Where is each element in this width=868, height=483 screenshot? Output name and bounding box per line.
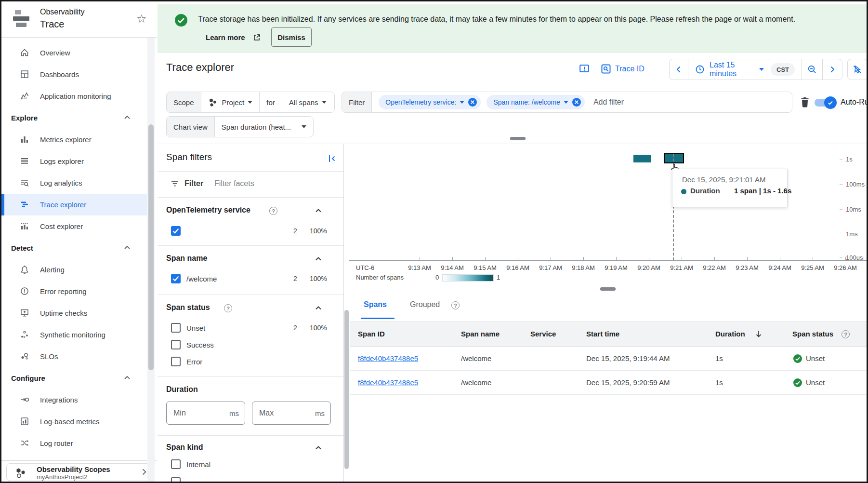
help-icon[interactable]: ?	[451, 301, 460, 309]
col-span-name[interactable]: Span name	[461, 322, 500, 347]
tab-grouped[interactable]: Grouped	[410, 300, 440, 309]
span-id-link[interactable]: f8fde40b437488e5	[358, 347, 418, 371]
status-check-icon	[793, 354, 802, 363]
tab-spans[interactable]: Spans	[364, 300, 387, 309]
close-icon[interactable]	[468, 98, 477, 107]
sidebar-item-label: Uptime checks	[40, 302, 87, 324]
sidebar-item-label: Synthetic monitoring	[40, 324, 105, 346]
scope-project-dropdown[interactable]: Project	[201, 92, 260, 112]
service-checkbox[interactable]	[171, 226, 181, 236]
error-reporting-icon	[20, 286, 29, 296]
sidebar-item-error-reporting[interactable]: Error reporting	[1, 281, 147, 302]
kind-internal-checkbox[interactable]	[171, 459, 181, 469]
duration-max-input[interactable]: Max ms	[252, 402, 331, 425]
help-icon[interactable]: ?	[269, 207, 277, 215]
chevron-right-icon	[829, 66, 836, 73]
heatmap-cell-highlighted[interactable]	[664, 153, 684, 163]
scopes-value: myAnthosProject2	[37, 473, 88, 481]
collapse-panel-icon[interactable]	[327, 153, 338, 164]
chevron-up-icon[interactable]	[314, 254, 323, 264]
filter-chip-service[interactable]: OpenTelemetry service:	[379, 95, 481, 109]
time-range-dropdown[interactable]: Last 15 minutes CST	[688, 59, 802, 80]
filters-scrollbar-thumb[interactable]	[344, 310, 349, 469]
chevron-up-icon[interactable]	[314, 303, 323, 313]
section-title-service: OpenTelemetry service	[166, 206, 250, 215]
trace-id-button[interactable]: Trace ID	[615, 65, 644, 73]
help-icon[interactable]: ?	[224, 304, 232, 312]
trace-id-search-icon[interactable]	[601, 64, 611, 74]
sidebar-scrollbar[interactable]	[147, 38, 155, 482]
filter-chips-area[interactable]: OpenTelemetry service: Span name: /welco…	[372, 92, 792, 112]
log-based-metrics-icon	[20, 416, 29, 426]
sidebar-item-log-router[interactable]: Log router	[1, 432, 147, 454]
col-span-status[interactable]: Span status	[792, 322, 833, 347]
status-success-checkbox[interactable]	[171, 340, 181, 349]
span-id-link[interactable]: f8fde40b437488e5	[358, 371, 418, 395]
synthetic-monitoring-icon	[20, 330, 29, 339]
close-icon[interactable]	[572, 98, 581, 107]
chevron-up-icon	[123, 243, 132, 252]
zoom-out-button[interactable]	[802, 59, 822, 80]
status-cell: Unset	[806, 347, 825, 371]
table-resize-handle[interactable]	[600, 287, 616, 291]
caret-down-icon	[460, 101, 464, 104]
sidebar-item-logs-explorer[interactable]: Logs explorer	[1, 150, 147, 172]
sidebar-item-alerting[interactable]: Alerting	[1, 259, 147, 281]
star-icon[interactable]: ☆	[136, 12, 147, 26]
sidebar-item-log-based-metrics[interactable]: Log-based metrics	[1, 411, 147, 432]
status-error-checkbox[interactable]	[171, 357, 181, 366]
sidebar-section-configure[interactable]: Configure	[1, 367, 147, 389]
scopes-hexagon-icon	[14, 467, 27, 479]
time-range-control: Last 15 minutes CST	[669, 59, 842, 80]
x-axis-label: 9:19 AM	[605, 264, 628, 271]
feedback-icon[interactable]	[579, 63, 590, 75]
chevron-up-icon[interactable]	[314, 443, 323, 453]
span-name-cell: /welcome	[461, 347, 491, 371]
col-start-time[interactable]: Start time	[586, 322, 619, 347]
x-axis-label: 9:25 AM	[801, 264, 824, 271]
sidebar-item-integrations[interactable]: Integrations	[1, 389, 147, 411]
sidebar-section-explore[interactable]: Explore	[1, 107, 147, 129]
help-icon[interactable]: ?	[842, 330, 850, 338]
sidebar-item-application-monitoring[interactable]: Application monitoring	[1, 85, 147, 107]
sidebar-item-metrics-explorer[interactable]: Metrics explorer	[1, 129, 147, 150]
time-back-button[interactable]	[670, 59, 688, 80]
learn-more-link[interactable]: Learn more	[206, 33, 245, 41]
span-name-checkbox[interactable]	[171, 274, 181, 283]
status-unset-checkbox[interactable]	[171, 323, 181, 333]
chart-view-dropdown[interactable]: Span duration (heat...	[215, 117, 313, 137]
sort-desc-icon[interactable]	[754, 329, 763, 339]
sidebar-scrollbar-thumb[interactable]	[148, 124, 154, 370]
sidebar-item-log-analytics[interactable]: Log analytics	[1, 172, 147, 194]
duration-min-input[interactable]: Min ms	[166, 402, 245, 425]
time-forward-button[interactable]	[822, 59, 842, 80]
sidebar-item-overview[interactable]: Overview	[1, 42, 147, 64]
sidebar-item-synthetic-monitoring[interactable]: Synthetic monitoring	[1, 324, 147, 346]
add-filter-input[interactable]: Add filter	[593, 98, 624, 107]
sidebar-item-slos[interactable]: SLOs	[1, 346, 147, 367]
observability-scopes-selector[interactable]: Observability Scopes myAnthosProject2	[6, 463, 151, 481]
col-span-id[interactable]: Span ID	[358, 322, 385, 347]
kind-partial-checkbox[interactable]	[171, 477, 181, 483]
sidebar-item-uptime-checks[interactable]: Uptime checks	[1, 302, 147, 324]
timezone-badge[interactable]: CST	[771, 63, 795, 76]
sidebar-item-dashboards[interactable]: Dashboards	[1, 64, 147, 85]
all-spans-dropdown[interactable]: All spans	[282, 92, 333, 112]
heatmap-cell[interactable]	[633, 155, 651, 162]
dismiss-button[interactable]: Dismiss	[271, 27, 312, 47]
sidebar-item-cost-explorer[interactable]: Cost explorer	[1, 215, 147, 237]
sidebar-item-trace-explorer[interactable]: Trace explorer	[1, 194, 147, 215]
filter-facets-input[interactable]: Filter facets	[214, 179, 254, 188]
autorun-toggle[interactable]	[815, 97, 837, 108]
chevron-up-icon[interactable]	[314, 206, 323, 215]
cursor-off-button[interactable]	[848, 59, 867, 80]
col-duration[interactable]: Duration	[715, 322, 745, 347]
sidebar-section-detect[interactable]: Detect	[1, 237, 147, 259]
status-error-label: Error	[186, 358, 202, 366]
status-cell: Unset	[806, 371, 825, 395]
series-dot	[681, 189, 686, 194]
delete-filters-icon[interactable]	[799, 96, 811, 108]
filter-chip-span-name[interactable]: Span name: /welcome	[487, 95, 585, 109]
panel-resize-handle[interactable]	[510, 137, 526, 140]
col-service[interactable]: Service	[530, 322, 556, 347]
